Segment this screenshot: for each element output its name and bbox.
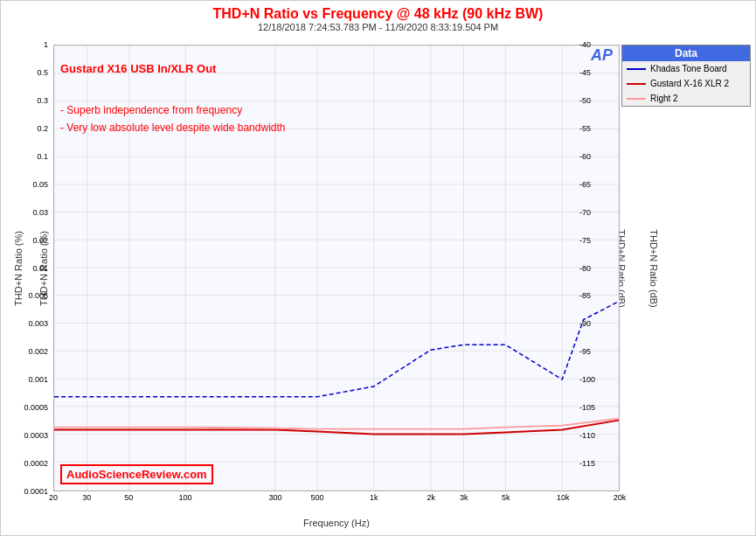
y-right-tick--40: -40 <box>579 40 591 49</box>
y-tick-0.001: 0.001 <box>28 375 48 384</box>
y-tick-0.0003: 0.0003 <box>24 431 48 440</box>
y-tick-1: 1 <box>44 40 48 49</box>
x-tick-300: 300 <box>269 493 282 502</box>
y-tick-0.002: 0.002 <box>28 347 48 356</box>
y-left-label-text: THD+N Ratio (%) <box>13 231 24 306</box>
legend-label-pink: Right 2 <box>650 94 678 103</box>
legend-line-red <box>627 83 646 85</box>
legend-line-pink <box>627 98 646 100</box>
x-tick-20k: 20k <box>614 493 627 502</box>
x-tick-5k: 5k <box>502 493 510 502</box>
y-tick-0.0005: 0.0005 <box>24 403 48 412</box>
chart-subtitle: 12/18/2018 7:24:53.783 PM - 11/9/2020 8:… <box>1 22 755 34</box>
y-left-label-container: THD+N Ratio (%) <box>11 45 25 491</box>
x-tick-20: 20 <box>49 493 58 502</box>
y-right-tick--105: -105 <box>579 403 595 412</box>
y-right-label-container: THD+N Ratio (dB) <box>647 45 661 491</box>
legend-item-red: Gustard X-16 XLR 2 <box>622 76 750 91</box>
x-axis-label: Frequency (Hz) <box>53 518 620 528</box>
y-right-tick--45: -45 <box>579 68 591 77</box>
y-right-tick--75: -75 <box>579 236 591 245</box>
y-right-label-text: THD+N Ratio (dB) <box>648 229 659 308</box>
annotation-bullets: - Superb independence from frequency - V… <box>60 101 285 137</box>
y-axis-left: 1 0.5 0.3 0.2 0.1 0.05 0.03 0.02 0.01 0.… <box>1 45 52 491</box>
legend-title: Data <box>622 45 750 61</box>
legend-item-pink: Right 2 <box>622 91 750 106</box>
legend-label-blue: Khadas Tone Board <box>650 64 727 73</box>
y-tick-0.2: 0.2 <box>37 124 48 133</box>
y-right-tick--110: -110 <box>579 431 595 440</box>
y-tick-0.02: 0.02 <box>32 236 48 245</box>
y-tick-0.1: 0.1 <box>37 152 48 161</box>
y-right-tick--100: -100 <box>579 375 595 384</box>
legend-line-blue <box>627 68 646 70</box>
ap-logo: AP <box>591 46 613 65</box>
y-right-tick--60: -60 <box>579 152 591 161</box>
x-axis: 20 30 50 100 300 500 1k 2k 3k 5k 10k 20k <box>53 493 620 511</box>
pink-line <box>54 419 619 429</box>
chart-title: THD+N Ratio vs Frequency @ 48 kHz (90 kH… <box>1 1 755 22</box>
y-right-tick--50: -50 <box>579 96 591 105</box>
y-right-tick--85: -85 <box>579 291 591 300</box>
y-right-tick--80: -80 <box>579 264 591 273</box>
y-tick-0.05: 0.05 <box>32 180 48 189</box>
x-tick-1k: 1k <box>370 493 378 502</box>
y-right-tick--65: -65 <box>579 180 591 189</box>
y-tick-0.005: 0.005 <box>28 291 48 300</box>
x-tick-500: 500 <box>310 493 323 502</box>
y-right-tick--95: -95 <box>579 347 591 356</box>
y-right-tick--115: -115 <box>579 459 595 468</box>
legend-item-blue: Khadas Tone Board <box>622 61 750 76</box>
x-tick-30: 30 <box>82 493 91 502</box>
y-tick-0.01: 0.01 <box>32 264 48 273</box>
annotation-1: - Superb independence from frequency <box>60 101 285 119</box>
x-tick-100: 100 <box>178 493 191 502</box>
chart-container: THD+N Ratio vs Frequency @ 48 kHz (90 kH… <box>0 0 756 536</box>
y-tick-0.003: 0.003 <box>28 319 48 328</box>
y-axis-right: -40 -45 -50 -55 -60 -65 -70 -75 -80 -85 … <box>576 45 620 491</box>
y-tick-0.3: 0.3 <box>37 96 48 105</box>
y-tick-0.03: 0.03 <box>32 208 48 217</box>
x-tick-10k: 10k <box>557 493 570 502</box>
legend-label-red: Gustard X-16 XLR 2 <box>650 79 729 88</box>
y-tick-0.0001: 0.0001 <box>24 487 48 496</box>
y-right-tick--55: -55 <box>579 124 591 133</box>
annotation-2: - Very low absolute level despite wide b… <box>60 119 285 136</box>
y-tick-0.0002: 0.0002 <box>24 459 48 468</box>
x-tick-3k: 3k <box>460 493 468 502</box>
y-right-tick--90: -90 <box>579 319 591 328</box>
x-tick-50: 50 <box>124 493 133 502</box>
watermark-text: AudioScienceReview.com <box>60 464 213 484</box>
blue-line <box>54 302 619 397</box>
annotation-device: Gustard X16 USB In/XLR Out <box>60 62 216 75</box>
x-tick-2k: 2k <box>427 493 435 502</box>
legend-box: Data Khadas Tone Board Gustard X-16 XLR … <box>621 45 751 107</box>
y-tick-0.5: 0.5 <box>37 68 48 77</box>
y-right-tick--70: -70 <box>579 208 591 217</box>
